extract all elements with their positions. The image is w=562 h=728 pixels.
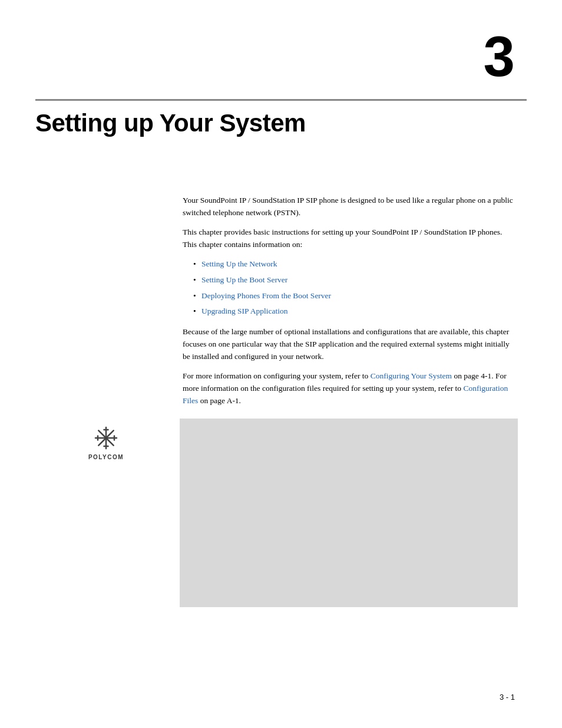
link-deploying-phones[interactable]: Deploying Phones From the Boot Server bbox=[201, 291, 331, 300]
paragraph-1: Your SoundPoint IP / SoundStation IP SIP… bbox=[183, 195, 518, 219]
chapter-title: Setting up Your System bbox=[35, 109, 306, 137]
list-item: Setting Up the Network bbox=[193, 258, 518, 271]
polycom-logo: POLYCOM bbox=[88, 424, 124, 460]
list-item: Upgrading SIP Application bbox=[193, 305, 518, 318]
link-upgrading[interactable]: Upgrading SIP Application bbox=[201, 307, 288, 315]
paragraph-3: Because of the large number of optional … bbox=[183, 326, 518, 363]
bottom-area: POLYCOM bbox=[35, 419, 518, 607]
bullet-list: Setting Up the Network Setting Up the Bo… bbox=[183, 258, 518, 318]
svg-line-7 bbox=[106, 430, 114, 438]
para4-suffix: on page A-1. bbox=[198, 396, 241, 405]
svg-line-5 bbox=[98, 430, 106, 438]
link-configuring-system[interactable]: Configuring Your System bbox=[371, 371, 452, 380]
main-content: Your SoundPoint IP / SoundStation IP SIP… bbox=[183, 195, 518, 414]
page: 3 Setting up Your System Your SoundPoint… bbox=[0, 0, 562, 728]
svg-line-6 bbox=[106, 438, 114, 446]
link-network[interactable]: Setting Up the Network bbox=[201, 259, 277, 268]
list-item: Deploying Phones From the Boot Server bbox=[193, 290, 518, 302]
link-boot-server[interactable]: Setting Up the Boot Server bbox=[201, 275, 287, 284]
list-item: Setting Up the Boot Server bbox=[193, 274, 518, 286]
polycom-logo-text: POLYCOM bbox=[88, 454, 124, 460]
logo-area: POLYCOM bbox=[35, 419, 177, 460]
chapter-number: 3 bbox=[484, 28, 515, 85]
paragraph-2: This chapter provides basic instructions… bbox=[183, 226, 518, 251]
paragraph-4: For more information on configuring your… bbox=[183, 370, 518, 407]
gray-box bbox=[180, 419, 518, 607]
page-number: 3 - 1 bbox=[500, 693, 515, 701]
polycom-logo-icon bbox=[92, 424, 120, 452]
para4-prefix: For more information on configuring your… bbox=[183, 371, 371, 380]
chapter-rule bbox=[35, 99, 527, 101]
svg-line-8 bbox=[98, 438, 106, 446]
